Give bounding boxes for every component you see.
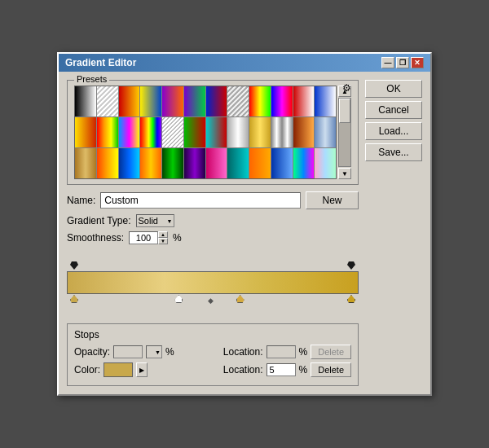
preset-cell[interactable]: [293, 86, 315, 116]
title-bar-buttons: — ❐ ✕: [381, 57, 424, 68]
preset-cell[interactable]: [97, 86, 118, 116]
opacity-stop-left[interactable]: [70, 261, 78, 271]
ok-button[interactable]: OK: [365, 80, 422, 98]
preset-cell[interactable]: [162, 148, 183, 178]
preset-cell[interactable]: [206, 86, 227, 116]
preset-cell[interactable]: [271, 148, 293, 178]
preset-cell[interactable]: [206, 148, 227, 178]
preset-cell[interactable]: [227, 148, 249, 178]
preset-cell[interactable]: [206, 117, 227, 147]
color-row: Color: ▶ Location: % Delete: [74, 362, 351, 377]
gear-icon[interactable]: ⚙: [342, 82, 351, 94]
preset-cell[interactable]: [271, 117, 293, 147]
opacity-row: Opacity: % Location: % Delete: [74, 345, 351, 359]
color-location-label: Location:: [223, 364, 263, 376]
smoothness-input[interactable]: [129, 231, 158, 244]
preset-cell[interactable]: [315, 117, 336, 147]
color-stop-mid2[interactable]: [236, 295, 244, 305]
preset-cell[interactable]: [184, 117, 205, 147]
dialog-title: Gradient Editor: [65, 57, 136, 68]
opacity-location-label: Location:: [223, 346, 263, 358]
color-delete-button[interactable]: Delete: [311, 362, 351, 377]
preset-cell[interactable]: [227, 86, 249, 116]
color-stop-start[interactable]: [70, 295, 78, 305]
presets-scrollbar: ▲ ▼: [338, 86, 351, 179]
presets-group: Presets ⚙: [67, 80, 359, 185]
preset-cell[interactable]: [315, 148, 336, 178]
opacity-input[interactable]: [113, 345, 143, 358]
color-swatch[interactable]: [104, 362, 133, 377]
smoothness-spinner: ▲ ▼: [129, 231, 168, 244]
save-button[interactable]: Save...: [365, 143, 422, 161]
color-label: Color:: [74, 364, 100, 376]
opacity-location-input[interactable]: [267, 345, 296, 358]
gradient-bar[interactable]: [67, 271, 359, 294]
opacity-location-unit: %: [299, 346, 308, 358]
new-button[interactable]: New: [306, 191, 359, 209]
dialog-body: Presets ⚙: [59, 72, 430, 394]
close-button[interactable]: ✕: [411, 57, 424, 68]
smoothness-unit: %: [173, 232, 182, 244]
restore-button[interactable]: ❐: [396, 57, 409, 68]
gradient-type-row: Gradient Type: Solid Noise: [67, 214, 359, 227]
preset-cell[interactable]: [140, 148, 161, 178]
preset-cell[interactable]: [184, 86, 205, 116]
cancel-button[interactable]: Cancel: [365, 101, 422, 119]
color-stop-end[interactable]: [347, 295, 355, 305]
smoothness-down-button[interactable]: ▼: [158, 238, 168, 244]
preset-cell[interactable]: [97, 148, 118, 178]
preset-cell[interactable]: [75, 148, 96, 178]
color-stops-area: ◆: [67, 294, 359, 307]
preset-cell[interactable]: [249, 148, 271, 178]
stops-section: Stops Opacity: % Location: % Delete: [67, 323, 359, 386]
preset-cell[interactable]: [140, 117, 161, 147]
smoothness-up-button[interactable]: ▲: [158, 231, 168, 238]
load-button[interactable]: Load...: [365, 122, 422, 140]
opacity-dropdown[interactable]: [146, 345, 162, 358]
stops-label: Stops: [74, 329, 351, 340]
opacity-delete-button[interactable]: Delete: [311, 345, 351, 359]
opacity-label: Opacity:: [74, 346, 110, 358]
preset-cell[interactable]: [75, 117, 96, 147]
preset-cell[interactable]: [315, 86, 336, 116]
smoothness-spinner-buttons: ▲ ▼: [158, 231, 168, 244]
opacity-stops-area: [67, 260, 359, 271]
preset-cell[interactable]: [249, 86, 271, 116]
preset-cell[interactable]: [227, 117, 249, 147]
name-label: Name:: [67, 195, 95, 206]
preset-cell[interactable]: [271, 86, 293, 116]
preset-cell[interactable]: [119, 86, 140, 116]
preset-cell[interactable]: [119, 148, 140, 178]
preset-cell[interactable]: [293, 148, 315, 178]
gradient-container: ◆: [67, 248, 359, 318]
scroll-down-button[interactable]: ▼: [338, 168, 351, 179]
preset-cell[interactable]: [162, 117, 183, 147]
preset-cell[interactable]: [119, 117, 140, 147]
minimize-button[interactable]: —: [381, 57, 394, 68]
presets-grid[interactable]: [74, 86, 337, 179]
opacity-unit: %: [165, 346, 174, 358]
scroll-track[interactable]: [338, 98, 351, 167]
preset-cell[interactable]: [293, 117, 315, 147]
name-input[interactable]: [100, 192, 301, 209]
preset-cell[interactable]: [249, 117, 271, 147]
color-location-input[interactable]: [267, 363, 296, 376]
opacity-stop-right[interactable]: [347, 261, 355, 271]
color-stop-mid1[interactable]: [174, 295, 183, 305]
title-bar: Gradient Editor — ❐ ✕: [59, 54, 430, 72]
gradient-type-select[interactable]: Solid Noise: [136, 214, 174, 227]
preset-cell[interactable]: [162, 86, 183, 116]
right-panel: OK Cancel Load... Save...: [365, 80, 422, 386]
preset-cell[interactable]: [75, 86, 96, 116]
midpoint-diamond[interactable]: ◆: [207, 296, 215, 305]
gradient-type-select-wrapper: Solid Noise: [136, 214, 174, 227]
preset-cell[interactable]: [97, 117, 118, 147]
color-swatch-arrow[interactable]: ▶: [136, 362, 148, 377]
gradient-editor-dialog: Gradient Editor — ❐ ✕ Presets ⚙: [57, 52, 432, 396]
name-row: Name: New: [67, 191, 359, 209]
opacity-dropdown-wrapper: [146, 345, 162, 358]
preset-cell[interactable]: [140, 86, 161, 116]
preset-cell[interactable]: [184, 148, 205, 178]
scroll-thumb[interactable]: [339, 99, 350, 123]
color-location-unit: %: [299, 364, 308, 376]
